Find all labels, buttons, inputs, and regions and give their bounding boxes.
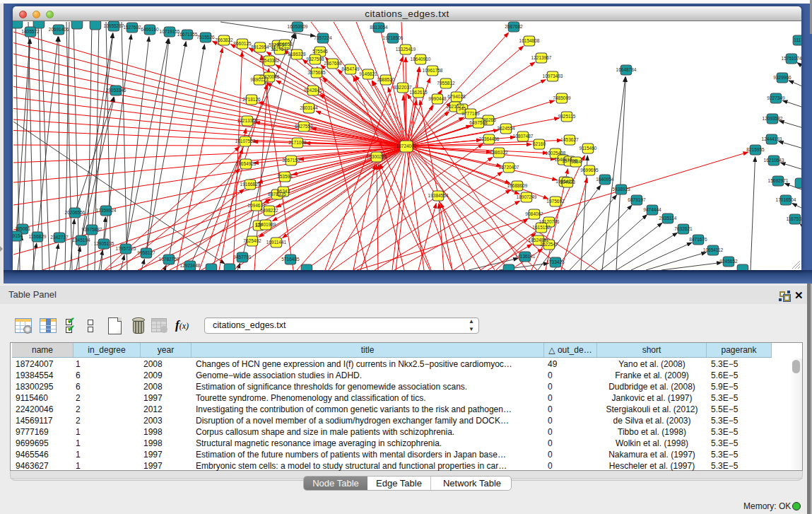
svg-text:18640910: 18640910 (411, 57, 431, 62)
svg-text:18907249: 18907249 (517, 194, 537, 199)
svg-text:9227349: 9227349 (767, 95, 785, 100)
svg-text:2867608: 2867608 (324, 61, 342, 66)
svg-text:2171008: 2171008 (288, 140, 307, 145)
svg-text:1167531: 1167531 (787, 216, 801, 221)
svg-text:1527602: 1527602 (123, 25, 141, 30)
svg-text:3624554: 3624554 (497, 126, 515, 131)
svg-text:3267150: 3267150 (282, 158, 300, 163)
svg-text:93975887: 93975887 (82, 227, 102, 232)
svg-text:575546: 575546 (312, 49, 328, 54)
svg-text:9327508: 9327508 (306, 57, 324, 62)
svg-text:12444193: 12444193 (762, 136, 782, 141)
svg-text:2718126: 2718126 (242, 97, 261, 102)
svg-text:8454749: 8454749 (341, 66, 360, 71)
svg-text:29053346: 29053346 (106, 88, 126, 93)
svg-text:17016504: 17016504 (776, 197, 796, 202)
svg-text:10973493: 10973493 (543, 74, 563, 78)
svg-text:1640954: 1640954 (596, 177, 614, 182)
svg-text:7485009: 7485009 (553, 95, 571, 100)
svg-text:8912954: 8912954 (251, 45, 269, 49)
svg-text:20691406: 20691406 (49, 27, 69, 32)
svg-text:20364436: 20364436 (479, 136, 500, 141)
svg-text:10655287: 10655287 (104, 23, 124, 28)
svg-text:16210643: 16210643 (764, 158, 784, 163)
svg-text:9084067: 9084067 (525, 211, 543, 216)
svg-text:15720407: 15720407 (499, 165, 519, 170)
svg-text:8813054: 8813054 (370, 25, 388, 30)
svg-text:9777169: 9777169 (461, 111, 480, 116)
svg-text:1588520: 1588520 (377, 77, 395, 82)
svg-text:15751074: 15751074 (782, 56, 801, 61)
svg-text:12923448: 12923448 (180, 263, 201, 268)
svg-text:9699695: 9699695 (580, 168, 599, 173)
svg-text:16120746: 16120746 (539, 219, 560, 224)
svg-text:5498222: 5498222 (260, 208, 278, 213)
svg-text:16154808: 16154808 (519, 38, 540, 43)
svg-text:5716485: 5716485 (281, 257, 300, 262)
svg-text:7357224: 7357224 (314, 35, 332, 40)
svg-text:9245652: 9245652 (719, 259, 738, 264)
svg-text:17359924: 17359924 (96, 208, 117, 213)
svg-text:19218506: 19218506 (383, 35, 404, 40)
svg-text:185061: 185061 (15, 226, 30, 231)
svg-text:9242845: 9242845 (304, 88, 322, 93)
svg-text:6466160: 6466160 (141, 27, 159, 32)
svg-text:1975692: 1975692 (546, 199, 565, 204)
svg-text:9990448: 9990448 (428, 96, 447, 101)
svg-text:18724007: 18724007 (396, 144, 417, 148)
svg-text:8427552: 8427552 (295, 124, 313, 129)
svg-text:7886322: 7886322 (490, 150, 508, 155)
svg-text:12213369: 12213369 (237, 118, 258, 123)
svg-text:8660125: 8660125 (233, 41, 252, 46)
svg-text:1345194: 1345194 (72, 238, 90, 243)
svg-text:9825115: 9825115 (558, 114, 576, 119)
svg-text:15692971: 15692971 (768, 178, 789, 183)
svg-text:14136141: 14136141 (515, 254, 536, 259)
svg-text:8215955: 8215955 (746, 147, 765, 152)
svg-text:916058: 916058 (277, 42, 293, 47)
svg-text:2935114: 2935114 (659, 216, 677, 221)
svg-text:12093582: 12093582 (763, 116, 783, 121)
svg-text:1615152: 1615152 (532, 225, 551, 230)
svg-text:12905135: 12905135 (94, 241, 114, 246)
svg-text:16671355: 16671355 (177, 32, 198, 37)
svg-text:545: 545 (459, 106, 466, 111)
svg-text:2342737: 2342737 (50, 235, 69, 240)
svg-text:1094617: 1094617 (247, 203, 266, 208)
svg-text:16911441: 16911441 (266, 240, 287, 245)
svg-text:6794028: 6794028 (447, 94, 466, 99)
svg-text:9958127: 9958127 (137, 250, 155, 255)
svg-text:6497568: 6497568 (469, 120, 488, 125)
svg-text:5938923: 5938923 (612, 187, 630, 192)
svg-text:1362615: 1362615 (409, 90, 428, 95)
svg-text:8186328: 8186328 (288, 52, 306, 57)
svg-text:10807487: 10807487 (513, 134, 534, 139)
svg-text:10961758: 10961758 (423, 68, 443, 73)
svg-text:2522547: 2522547 (540, 242, 558, 247)
svg-text:16053809: 16053809 (288, 24, 308, 29)
svg-text:10782759: 10782759 (159, 257, 180, 262)
svg-text:15401989: 15401989 (256, 222, 276, 227)
svg-text:10654112: 10654112 (703, 247, 724, 252)
svg-text:2803144: 2803144 (300, 105, 318, 110)
svg-text:8471676: 8471676 (689, 237, 707, 242)
svg-text:194923: 194923 (560, 180, 575, 185)
svg-text:3875685: 3875685 (307, 70, 326, 75)
svg-text:153594: 153594 (277, 174, 293, 179)
svg-text:9329966: 9329966 (773, 75, 792, 80)
svg-text:9457791: 9457791 (233, 255, 252, 259)
svg-text:19384554: 19384554 (428, 193, 449, 198)
svg-text:9584: 9584 (571, 159, 582, 164)
svg-text:96342: 96342 (277, 189, 290, 194)
svg-text:10688609: 10688609 (507, 183, 528, 188)
svg-text:3527577: 3527577 (271, 47, 289, 52)
svg-text:17957225: 17957225 (116, 246, 136, 251)
svg-text:2687682: 2687682 (505, 24, 523, 29)
svg-text:1405572: 1405572 (21, 29, 40, 34)
svg-text:1733426: 1733426 (546, 259, 565, 264)
svg-text:12213967: 12213967 (531, 55, 552, 60)
svg-text:7955812: 7955812 (437, 81, 455, 86)
svg-text:18300295: 18300295 (367, 154, 387, 159)
svg-text:16543382: 16543382 (259, 58, 280, 63)
svg-text:8322037: 8322037 (394, 85, 412, 90)
